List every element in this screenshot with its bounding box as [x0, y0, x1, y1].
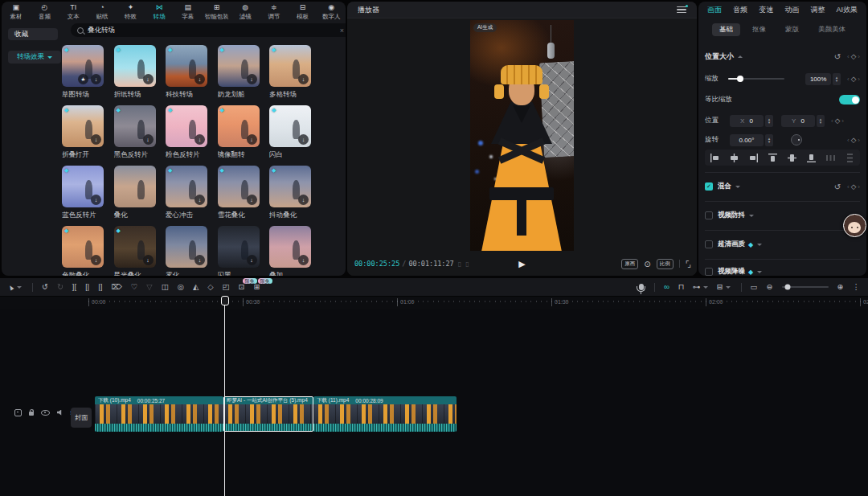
- chevron-down-icon[interactable]: [17, 286, 22, 289]
- smart-matting-icon[interactable]: ⊡限免: [239, 283, 245, 291]
- stabilize-checkbox[interactable]: [705, 211, 713, 219]
- scale-value[interactable]: 100%: [805, 73, 831, 85]
- chevron-down-icon[interactable]: [703, 286, 708, 289]
- transition-card[interactable]: ◆★↓ 草图转场: [62, 45, 104, 100]
- download-icon[interactable]: ↓: [143, 134, 154, 145]
- reverse-icon[interactable]: ◎: [178, 283, 184, 291]
- mute-track-icon[interactable]: [57, 410, 63, 416]
- tab-adjustment[interactable]: 调整: [810, 5, 825, 15]
- record-voiceover-icon[interactable]: [639, 284, 644, 290]
- tab-audio-settings[interactable]: 音频: [733, 5, 747, 15]
- download-icon[interactable]: ↓: [247, 195, 257, 205]
- transition-card[interactable]: ◆↓ 折纸转场: [114, 45, 156, 100]
- overlay-icon[interactable]: ◫: [162, 283, 169, 291]
- transition-card[interactable]: 叠化: [114, 166, 156, 220]
- transition-card[interactable]: ↓ 雾化: [166, 226, 207, 276]
- align-top-icon[interactable]: [768, 153, 778, 163]
- next-keyframe-icon[interactable]: ›: [858, 183, 860, 191]
- align-center-vertical-icon[interactable]: [787, 153, 797, 163]
- add-keyframe-icon[interactable]: ◇: [851, 75, 857, 83]
- favorite-star-icon[interactable]: ★: [78, 74, 88, 84]
- download-icon[interactable]: ↓: [298, 255, 309, 265]
- prev-keyframe-icon[interactable]: ‹: [847, 183, 850, 191]
- download-icon[interactable]: ↓: [247, 255, 257, 265]
- chevron-down-icon[interactable]: [757, 271, 762, 273]
- tab-animation[interactable]: 动画: [784, 5, 799, 15]
- download-icon[interactable]: ↓: [143, 74, 154, 84]
- link-icon[interactable]: ⊶: [693, 283, 708, 291]
- rotate-stepper[interactable]: ▴▾: [765, 134, 773, 146]
- crop-icon[interactable]: ◰: [223, 283, 230, 291]
- undo-icon[interactable]: ↺: [42, 283, 48, 291]
- download-icon[interactable]: ↓: [194, 195, 205, 205]
- transition-card[interactable]: ◆↓ 色散叠化: [62, 226, 104, 276]
- download-icon[interactable]: ↓: [194, 255, 205, 265]
- add-keyframe-icon[interactable]: ◇: [851, 182, 857, 191]
- favorite-icon[interactable]: ♡: [131, 283, 138, 291]
- reset-icon[interactable]: ↺: [834, 182, 841, 191]
- transition-card[interactable]: ◆↓ 雪花叠化: [218, 166, 260, 220]
- position-y-stepper[interactable]: ▴▾: [817, 115, 825, 127]
- align-left-icon[interactable]: [710, 153, 720, 163]
- transition-card[interactable]: ◆↓ 闪白: [269, 105, 311, 160]
- track-options-icon[interactable]: [14, 409, 22, 416]
- next-keyframe-icon[interactable]: ›: [841, 117, 844, 125]
- rotation-dial[interactable]: [791, 134, 802, 146]
- ratio-button[interactable]: 比例: [657, 259, 674, 269]
- tab-media[interactable]: ▣素材: [2, 4, 31, 21]
- tab-smart-pack[interactable]: ⊞智能包装: [203, 4, 231, 21]
- playhead-handle[interactable]: [221, 296, 229, 305]
- tab-picture[interactable]: 画面: [707, 5, 722, 15]
- rotate-icon[interactable]: ◇: [207, 283, 213, 291]
- prev-keyframe-icon[interactable]: ‹: [847, 76, 850, 83]
- magnet-icon[interactable]: ⊓: [678, 283, 684, 291]
- denoise-checkbox[interactable]: [705, 268, 713, 276]
- tab-sticker[interactable]: ◔贴纸: [88, 4, 117, 21]
- download-icon[interactable]: ↓: [247, 134, 257, 145]
- search-input[interactable]: 叠化转场 ×: [71, 23, 346, 37]
- mirror-icon[interactable]: ◭: [193, 283, 199, 291]
- transition-card[interactable]: ◆↓ 爱心冲击: [166, 166, 207, 220]
- uniform-scale-toggle[interactable]: [839, 95, 860, 105]
- timeline-ruler[interactable]: 00:00 00:30 01:00 01:30 02:00 02:30: [0, 297, 868, 309]
- auto-snap-icon[interactable]: ∞: [664, 283, 669, 291]
- transition-card[interactable]: ◆↓ 镜像翻转: [218, 105, 260, 160]
- transition-card[interactable]: ◆↓ 抖动叠化: [269, 166, 311, 220]
- transition-card[interactable]: ◆↓ 粉色反转片: [166, 105, 207, 160]
- transition-card[interactable]: ◆↓ 黑色反转片: [114, 105, 156, 160]
- preview-axis-icon[interactable]: ⊟: [717, 283, 731, 291]
- player-menu-icon[interactable]: [677, 6, 686, 13]
- tab-adjust[interactable]: ≑调节: [260, 4, 289, 21]
- transition-card[interactable]: ◆↓ 折叠打开: [62, 105, 104, 160]
- cover-button[interactable]: 封面: [71, 408, 92, 428]
- tab-captions[interactable]: ▤字幕: [174, 4, 203, 21]
- quality-button[interactable]: 原画: [621, 259, 638, 269]
- align-right-icon[interactable]: [748, 153, 759, 163]
- transition-card[interactable]: ◆↓ 蓝色反转片: [62, 166, 104, 220]
- download-icon[interactable]: ↓: [194, 134, 205, 145]
- tab-ai-effects[interactable]: AI效果: [836, 5, 858, 15]
- blend-checkbox[interactable]: ✓: [705, 182, 713, 191]
- favorites-button[interactable]: 收藏: [8, 28, 58, 40]
- subtab-cutout[interactable]: 抠像: [745, 23, 773, 36]
- split-icon[interactable]: ][: [72, 283, 76, 291]
- prev-keyframe-icon[interactable]: ‹: [831, 117, 833, 125]
- download-icon[interactable]: ↓: [298, 195, 309, 205]
- transition-card[interactable]: ◆↓ 科技转场: [166, 45, 207, 100]
- next-keyframe-icon[interactable]: ›: [858, 76, 860, 83]
- download-icon[interactable]: ↓: [91, 74, 101, 84]
- transition-card[interactable]: ◆↓ 多格转场: [269, 45, 311, 100]
- assistant-avatar[interactable]: [843, 214, 866, 237]
- tab-templates[interactable]: ⊟模板: [289, 4, 317, 21]
- timeline-clip-selected[interactable]: 即梦AI - 一站式AI创作平台 (5).mp4: [223, 396, 313, 432]
- timeline-clip[interactable]: 下载 (11).mp400:00:28:09: [313, 396, 457, 432]
- position-x-field[interactable]: X0: [730, 115, 764, 127]
- tab-digital-human[interactable]: ◉数字人: [317, 4, 346, 21]
- download-icon[interactable]: ↓: [194, 74, 205, 84]
- scale-slider[interactable]: [728, 78, 784, 80]
- play-button[interactable]: ▶: [518, 259, 525, 269]
- tab-transitions[interactable]: ⋈转场: [145, 4, 174, 21]
- subtab-mask[interactable]: 蒙版: [778, 23, 806, 36]
- download-icon[interactable]: ↓: [91, 195, 101, 205]
- transition-card[interactable]: ◆↓ 奶龙划船: [218, 45, 260, 100]
